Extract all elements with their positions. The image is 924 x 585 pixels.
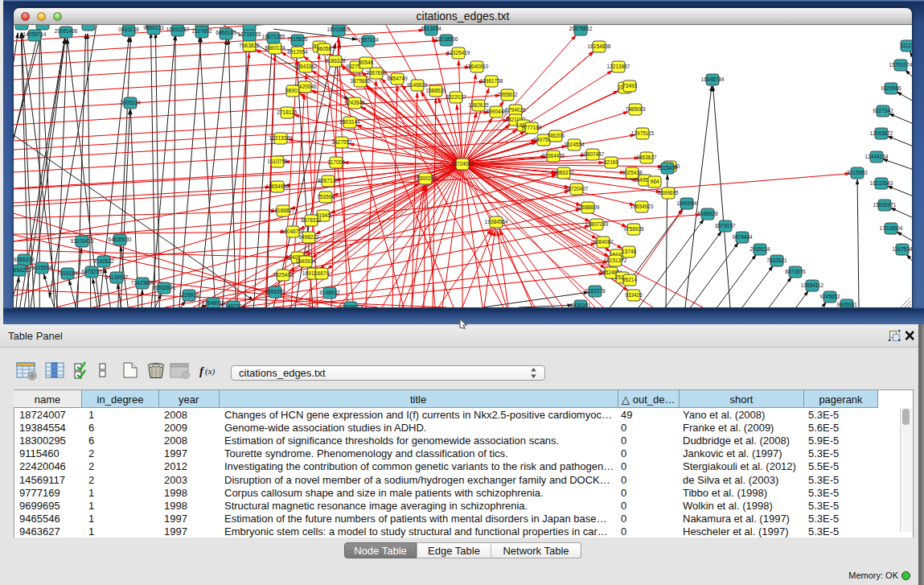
svg-text:16210643: 16210643 [870,180,893,186]
svg-text:8454749: 8454749 [387,76,408,81]
svg-text:72423884: 72423884 [131,280,154,286]
svg-text:12975115: 12975115 [631,130,655,136]
svg-text:10653287: 10653287 [166,27,190,32]
svg-text:6475255: 6475255 [81,269,102,274]
svg-text:19654983: 19654983 [266,183,290,189]
svg-text:51462704: 51462704 [222,303,245,307]
svg-text:7625402: 7625402 [273,272,294,278]
svg-text:8267130: 8267130 [318,178,339,183]
svg-text:18300295: 18300295 [414,175,437,181]
svg-text:6879197: 6879197 [715,223,736,229]
svg-text:2905334: 2905334 [120,100,141,105]
svg-text:64139537: 64139537 [105,274,129,280]
svg-text:1840934: 1840934 [295,258,316,264]
svg-text:64835030: 64835030 [109,237,132,242]
svg-text:10807487: 10807487 [581,151,605,157]
svg-text:3427552: 3427552 [331,139,352,145]
svg-text:1362615: 1362615 [468,102,489,108]
svg-text:96532871: 96532871 [153,285,176,290]
svg-text:1610755: 1610755 [267,159,288,164]
svg-text:0433218: 0433218 [118,27,139,32]
svg-text:12093872: 12093872 [870,130,893,136]
svg-text:28809570: 28809570 [339,304,363,307]
svg-text:62160: 62160 [604,159,618,165]
svg-text:9245652: 9245652 [819,294,840,299]
svg-text:7955812: 7955812 [497,92,518,97]
svg-text:7182278: 7182278 [585,288,606,294]
svg-text:7663822: 7663822 [239,43,260,48]
svg-text:4192832: 4192832 [93,258,114,264]
svg-text:9227342: 9227342 [873,108,893,113]
svg-text:18724007: 18724007 [451,161,474,167]
svg-text:93103413: 93103413 [71,238,94,244]
svg-text:15751074: 15751074 [889,62,912,68]
svg-text:16961758: 16961758 [480,78,503,84]
svg-text:9084067: 9084067 [593,239,614,245]
svg-text:10688609: 10688609 [577,204,600,210]
svg-text:7886372: 7886372 [553,170,574,175]
svg-text:20876812: 20876812 [569,26,593,31]
svg-text:8186328: 8186328 [325,58,346,64]
svg-text:(x): (x) [205,366,216,377]
svg-text:8386379: 8386379 [14,257,35,262]
svg-text:10046758: 10046758 [281,229,305,234]
svg-text:9600133: 9600133 [143,25,164,31]
svg-text:8678332: 8678332 [301,217,322,223]
svg-text:20091406: 20091406 [55,28,78,34]
svg-text:4896383: 4896383 [265,289,285,295]
svg-text:2935114: 2935114 [750,246,770,252]
svg-text:98901: 98901 [285,88,300,93]
svg-text:9756928: 9756928 [623,226,644,232]
svg-text:12213967: 12213967 [607,64,630,69]
svg-text:7832621: 7832621 [766,257,787,263]
svg-text:9845061: 9845061 [836,302,857,307]
svg-text:14055714: 14055714 [23,31,47,37]
svg-text:8471676: 8471676 [785,269,806,274]
svg-text:7857224: 7857224 [358,37,379,43]
svg-text:16671355: 16671355 [262,34,285,39]
svg-text:317006: 317006 [327,159,345,165]
svg-text:1640954: 1640954 [676,200,697,206]
svg-text:8215953: 8215953 [847,170,868,175]
svg-text:19384554: 19384554 [485,219,508,225]
svg-text:8938928: 8938928 [697,211,718,216]
svg-text:3115400: 3115400 [658,165,678,171]
svg-text:19166827: 19166827 [272,208,295,213]
svg-text:96058: 96058 [317,46,331,51]
svg-text:7816184: 7816184 [57,270,78,276]
svg-text:20364436: 20364436 [542,153,565,159]
svg-text:753594: 753594 [317,194,335,200]
svg-text:1226916: 1226916 [179,292,199,298]
svg-text:f: f [199,365,205,377]
svg-text:15720407: 15720407 [565,186,589,192]
svg-text:12213389: 12213389 [269,135,293,141]
svg-text:16151372: 16151372 [604,257,627,263]
svg-text:12444154: 12444154 [865,154,889,159]
svg-text:746206: 746206 [547,133,565,138]
svg-text:964: 964 [651,179,659,184]
svg-text:9463627: 9463627 [636,154,657,160]
svg-text:9242848: 9242848 [344,100,365,105]
svg-text:9146821: 9146821 [407,82,428,88]
svg-text:9777169: 9777169 [521,125,542,130]
svg-text:933426: 933426 [625,292,643,298]
svg-text:13746: 13746 [622,249,636,254]
svg-text:16648784: 16648784 [701,76,725,82]
svg-text:9329966: 9329966 [881,85,901,91]
svg-text:10654112: 10654112 [801,282,824,288]
svg-text:1167534: 1167534 [893,246,912,252]
svg-text:6466160: 6466160 [216,30,236,35]
svg-text:18640910: 18640910 [466,64,489,69]
svg-text:2367608: 2367608 [366,70,387,76]
svg-text:9474444: 9474444 [732,234,753,240]
svg-text:73493: 73493 [622,83,637,89]
svg-text:3624554: 3624554 [564,142,585,147]
svg-text:10719155: 10719155 [238,31,261,37]
svg-text:8912954: 8912954 [287,49,308,55]
svg-text:1615594: 1615594 [31,265,52,270]
svg-text:3875685: 3875685 [350,78,371,84]
svg-text:8699695: 8699695 [658,190,679,196]
svg-text:8813054: 8813054 [421,26,441,31]
svg-text:17016504: 17016504 [880,225,903,231]
svg-text:16679: 16679 [314,270,329,276]
